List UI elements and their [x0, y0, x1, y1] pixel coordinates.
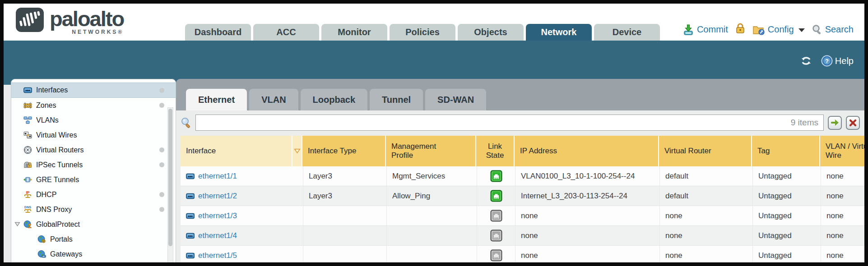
cell-interface: ethernet1/4 [181, 226, 303, 245]
cell-tag: Untagged [753, 166, 821, 186]
refresh-icon[interactable] [800, 55, 812, 66]
sidebar-item-dhcp[interactable]: IPDHCP [11, 187, 176, 202]
clear-filter-button[interactable] [846, 116, 860, 130]
table-body: ethernet1/1Layer3Mgmt_ServicesVLAN0100_L… [181, 166, 864, 262]
column-header-link[interactable]: Link State [476, 136, 515, 166]
cell-ip-address: VLAN0100_L3_10-1-100-254--24 [515, 166, 660, 186]
nav-tab-network[interactable]: Network [526, 24, 592, 41]
cell-tag: Untagged [753, 246, 821, 262]
sidebar-item-vlans[interactable]: VLANs [11, 113, 176, 128]
tab-vlan[interactable]: VLAN [249, 89, 298, 110]
interface-link[interactable]: ethernet1/4 [186, 231, 237, 240]
search-label: Search [825, 24, 854, 35]
svg-text:DNS: DNS [24, 206, 31, 209]
lock-icon[interactable] [735, 23, 746, 37]
commit-button[interactable]: Commit [682, 24, 728, 36]
sidebar-item-virtual-wires[interactable]: Virtual Wires [11, 128, 176, 142]
interface-name: ethernet1/1 [198, 172, 237, 181]
scrollbar-thumb[interactable] [168, 109, 172, 246]
table-header-row: InterfaceInterface TypeManagement Profil… [181, 136, 864, 166]
cell-management-profile [387, 246, 477, 262]
table-row[interactable]: ethernet1/2Layer3Allow_PingInternet_L3_2… [181, 186, 864, 206]
secondary-bar: ? Help [4, 41, 864, 85]
sidebar-item-interfaces[interactable]: Interfaces [11, 83, 176, 98]
cell-interface-type [303, 206, 387, 225]
interface-link[interactable]: ethernet1/2 [186, 192, 237, 201]
search-menu[interactable]: Search [812, 24, 854, 35]
column-header-label: Virtual Router [664, 147, 711, 156]
filter-row: 9 items [181, 114, 860, 131]
nav-tab-monitor[interactable]: Monitor [321, 24, 387, 41]
gateways-icon [37, 250, 46, 258]
sidebar-item-globalprotect[interactable]: GlobalProtect [11, 217, 176, 232]
table-row[interactable]: ethernet1/3nonenoneUntaggednone [181, 206, 864, 226]
main-nav-tabs: DashboardACCMonitorPoliciesObjectsNetwor… [185, 24, 660, 41]
table-row[interactable]: ethernet1/1Layer3Mgmt_ServicesVLAN0100_L… [181, 166, 864, 186]
tab-tunnel[interactable]: Tunnel [370, 89, 423, 110]
interface-link[interactable]: ethernet1/3 [186, 211, 237, 220]
sidebar-item-portals[interactable]: Portals [11, 232, 176, 247]
cell-ip-address: none [515, 246, 660, 262]
sidebar-item-virtual-routers[interactable]: Virtual Routers [11, 142, 176, 157]
table-row[interactable]: ethernet1/4nonenoneUntaggednone [181, 226, 864, 246]
arrow-right-icon [831, 119, 839, 126]
interface-link[interactable]: ethernet1/1 [186, 172, 237, 181]
cell-interface: ethernet1/5 [181, 246, 303, 262]
cell-tag: Untagged [753, 206, 821, 225]
port-up-icon [490, 170, 502, 182]
nav-tab-policies[interactable]: Policies [390, 24, 455, 41]
subtab-strip: EthernetVLANLoopbackTunnelSD-WAN [176, 79, 864, 110]
column-header-interface[interactable]: Interface [181, 136, 292, 166]
column-header-ip[interactable]: IP Address [515, 136, 659, 166]
dns-proxy-icon: DNS [23, 205, 32, 214]
sidebar-item-gre-tunnels[interactable]: GRE Tunnels [11, 172, 176, 187]
status-dot [159, 162, 164, 167]
cell-management-profile: Mgmt_Services [387, 166, 477, 186]
ethernet-icon [186, 213, 195, 219]
column-header-type[interactable]: Interface Type [302, 136, 386, 166]
virtual-routers-icon [23, 146, 32, 154]
filter-input[interactable] [195, 115, 824, 131]
apply-filter-button[interactable] [828, 116, 842, 130]
help-button[interactable]: ? Help [821, 55, 854, 67]
cell-interface: ethernet1/2 [181, 186, 303, 206]
secondary-bar-actions: ? Help [800, 55, 854, 67]
port-down-icon [490, 229, 502, 242]
column-header-router[interactable]: Virtual Router [659, 136, 752, 166]
table-row[interactable]: ethernet1/5nonenoneUntaggednone [181, 246, 864, 262]
column-header-sort[interactable] [292, 136, 302, 166]
interface-name: ethernet1/3 [198, 211, 237, 220]
port-down-icon [490, 249, 502, 261]
column-header-tag[interactable]: Tag [752, 136, 820, 166]
cell-interface: ethernet1/1 [181, 166, 303, 186]
config-menu[interactable]: Config [752, 24, 805, 35]
tab-sd-wan[interactable]: SD-WAN [425, 89, 486, 110]
paloalto-logo-icon [15, 7, 44, 32]
interface-name: ethernet1/4 [198, 231, 237, 240]
sidebar-scrollbar[interactable] [167, 107, 173, 262]
sidebar-item-dns-proxy[interactable]: DNSDNS Proxy [11, 202, 176, 217]
tab-loopback[interactable]: Loopback [301, 89, 367, 110]
chevron-down-icon [798, 28, 805, 32]
cell-interface-type [303, 226, 387, 245]
column-header-label: VLAN / Virtual Wire [826, 142, 864, 160]
status-dot [159, 88, 164, 93]
sidebar-item-ipsec-tunnels[interactable]: IPSec Tunnels [11, 157, 176, 172]
sidebar-item-zones[interactable]: Zones [11, 98, 176, 113]
cell-link-state [477, 186, 515, 206]
sidebar-item-gateways[interactable]: Gateways [11, 247, 176, 261]
brand-name: paloalto [50, 7, 124, 31]
nav-tab-objects[interactable]: Objects [458, 24, 524, 41]
column-header-profile[interactable]: Management Profile [386, 136, 476, 166]
status-dot [159, 207, 164, 212]
status-dot [159, 192, 164, 197]
interface-link[interactable]: ethernet1/5 [186, 251, 237, 260]
cell-link-state [477, 246, 515, 262]
column-header-vlan[interactable]: VLAN / Virtual Wire [820, 136, 864, 166]
nav-tab-acc[interactable]: ACC [253, 24, 319, 41]
tab-ethernet[interactable]: Ethernet [186, 89, 247, 110]
nav-tab-device[interactable]: Device [594, 24, 660, 41]
sidebar-item-label: Portals [50, 235, 73, 243]
expander-icon[interactable] [14, 222, 20, 227]
nav-tab-dashboard[interactable]: Dashboard [185, 24, 251, 41]
